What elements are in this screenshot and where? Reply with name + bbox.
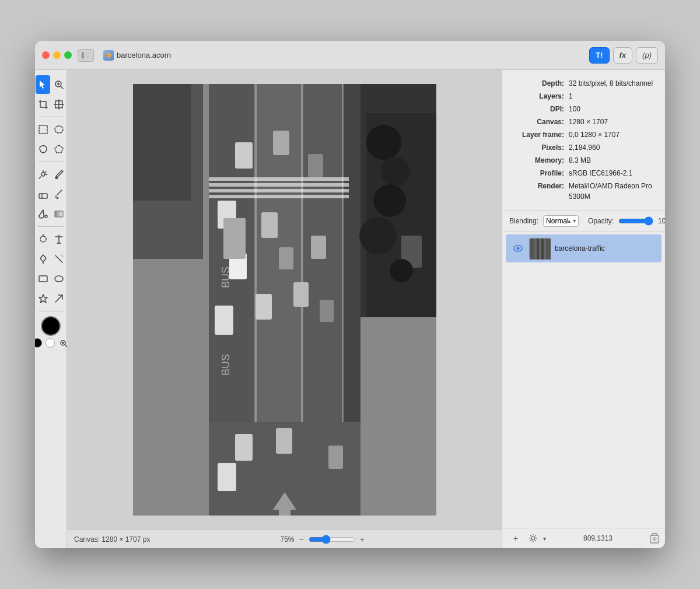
eraser-tool[interactable] [36, 185, 50, 204]
lasso-tool[interactable] [36, 140, 50, 159]
svg-rect-1 [85, 52, 90, 58]
fx-panel-label: fx [620, 51, 626, 59]
svg-point-16 [41, 173, 45, 176]
divider-3 [38, 226, 63, 227]
titlebar-actions: T! fx (p) [589, 47, 658, 64]
layer-thumbnail [529, 238, 550, 259]
svg-rect-89 [541, 239, 544, 260]
canvas-svg: BUS BUS [133, 84, 436, 516]
minimize-button[interactable] [53, 51, 61, 59]
canvas-wrapper[interactable]: BUS BUS [67, 70, 502, 530]
svg-rect-0 [82, 52, 83, 58]
svg-point-18 [55, 177, 57, 179]
opacity-slider[interactable] [618, 216, 653, 226]
delete-layer-button[interactable] [650, 533, 659, 544]
opacity-value: 100% [658, 217, 665, 225]
divider-2 [38, 162, 63, 162]
pixels-value: 2,184,960 [569, 142, 600, 153]
tools-panel-button[interactable]: T! [589, 47, 609, 64]
rect-select-tool[interactable] [36, 120, 50, 139]
svg-point-33 [55, 276, 63, 282]
effect-brush-tool[interactable] [36, 230, 50, 248]
tools-panel-label: T! [596, 51, 603, 59]
svg-line-35 [55, 295, 62, 302]
memory-row: Memory: 8.3 MB [512, 155, 656, 166]
brush-tool[interactable] [51, 185, 66, 204]
tool-row-6 [35, 184, 66, 204]
file-name-label: barcelona.acorn [117, 51, 171, 59]
tool-row-4 [35, 139, 66, 159]
layer-item[interactable]: barcelona-traffic [506, 234, 662, 262]
svg-text:BUS: BUS [220, 354, 232, 376]
pen-tool[interactable] [36, 250, 50, 268]
zoom-tool[interactable] [51, 75, 66, 94]
tool-row-3 [35, 120, 66, 139]
black-color-swatch[interactable] [35, 338, 42, 348]
tool-row-9 [35, 249, 66, 269]
add-layer-button[interactable]: + [508, 532, 523, 545]
tool-row-2 [35, 94, 66, 114]
sidebar-toggle-button[interactable] [78, 49, 94, 62]
transform-tool[interactable] [51, 95, 66, 114]
close-button[interactable] [42, 51, 50, 59]
svg-rect-61 [308, 154, 323, 177]
opacity-label: Opacity: [588, 217, 614, 225]
depth-row: Depth: 32 bits/pixel, 8 bits/channel [512, 78, 656, 89]
titlebar: 🎨 barcelona.acorn T! fx (p) [35, 41, 665, 70]
canvas-area: BUS BUS [67, 70, 502, 548]
color-tools [35, 338, 69, 349]
fx-panel-button[interactable]: fx [613, 47, 633, 64]
svg-line-21 [57, 190, 62, 195]
layers-info-value: 1 [569, 91, 573, 101]
divider-1 [38, 117, 63, 117]
layers-info-row: Layers: 1 [512, 91, 656, 101]
svg-rect-63 [261, 212, 278, 238]
dpi-value: 100 [569, 104, 580, 114]
arrow-tool[interactable] [51, 289, 66, 308]
maximize-button[interactable] [64, 51, 72, 59]
canvas-row: Canvas: 1280 × 1707 [512, 117, 656, 127]
ellipse-select-tool[interactable] [51, 120, 66, 139]
file-icon: 🎨 [103, 50, 114, 61]
svg-rect-76 [276, 428, 292, 454]
svg-rect-88 [537, 239, 539, 260]
blending-select[interactable]: Normal [543, 215, 579, 227]
gradient-tool[interactable] [51, 205, 66, 223]
svg-marker-34 [39, 294, 47, 303]
star-tool[interactable] [36, 289, 50, 308]
info-section: Depth: 32 bits/pixel, 8 bits/channel Lay… [502, 70, 665, 211]
brush-select-tool[interactable] [51, 165, 66, 184]
depth-value: 32 bits/pixel, 8 bits/channel [569, 78, 653, 89]
select-tool[interactable] [36, 75, 50, 94]
polygon-lasso-tool[interactable] [51, 140, 66, 159]
layer-name: barcelona-traffic [555, 244, 605, 253]
foreground-color[interactable] [41, 316, 61, 336]
zoom-in-icon[interactable]: + [360, 535, 365, 544]
layers-info-label: Layers: [512, 91, 564, 101]
svg-line-14 [45, 171, 46, 173]
render-label: Render: [512, 181, 564, 202]
magic-wand-tool[interactable] [36, 165, 50, 184]
svg-rect-75 [235, 434, 253, 461]
svg-point-79 [366, 125, 401, 160]
ellipse-shape-tool[interactable] [51, 269, 66, 288]
right-panel: Depth: 32 bits/pixel, 8 bits/channel Lay… [502, 70, 665, 548]
white-color-swatch[interactable] [46, 338, 55, 348]
gear-icon[interactable] [526, 532, 541, 545]
fill-tool[interactable] [36, 205, 50, 223]
text-tool[interactable] [51, 230, 66, 248]
gear-dropdown-arrow[interactable]: ▾ [543, 535, 546, 542]
crop-tool[interactable] [36, 95, 50, 114]
svg-rect-32 [39, 276, 47, 282]
svg-point-82 [359, 217, 397, 254]
zoom-slider[interactable] [309, 535, 355, 544]
p-panel-button[interactable]: (p) [636, 47, 658, 64]
render-value: Metal/IO/AMD Radeon Pro 5300M [569, 181, 656, 202]
layer-visibility-toggle[interactable] [512, 242, 524, 255]
traffic-lights [42, 51, 72, 59]
line-tool[interactable] [51, 250, 66, 268]
svg-rect-42 [133, 84, 191, 201]
rect-shape-tool[interactable] [36, 269, 50, 288]
canvas-value: 1280 × 1707 [569, 117, 608, 127]
zoom-out-icon[interactable]: − [299, 535, 304, 544]
